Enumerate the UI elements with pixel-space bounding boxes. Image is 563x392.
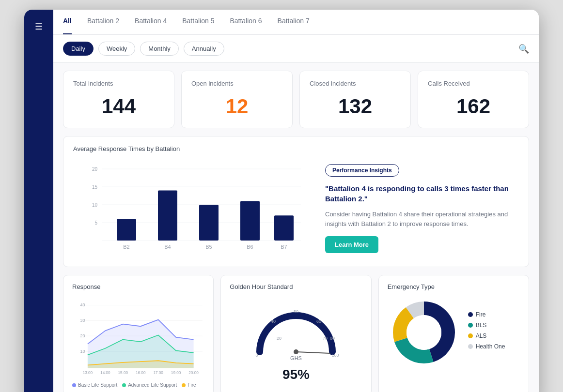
stat-card-closed: Closed incidents 132 bbox=[299, 71, 411, 128]
svg-text:15: 15 bbox=[92, 184, 98, 190]
legend-bls: Basic Life Support bbox=[72, 382, 117, 388]
svg-text:40: 40 bbox=[271, 319, 276, 324]
svg-text:B6: B6 bbox=[247, 244, 253, 250]
svg-text:100: 100 bbox=[331, 353, 339, 358]
menu-icon[interactable]: ☰ bbox=[35, 21, 43, 32]
svg-point-49 bbox=[407, 315, 441, 350]
fire-label: Fire bbox=[476, 311, 486, 318]
filter-annually[interactable]: Annually bbox=[184, 42, 224, 56]
svg-text:GHS: GHS bbox=[290, 355, 302, 361]
insights-panel: Performance Insights "Battalion 4 is res… bbox=[325, 159, 519, 258]
stat-total-label: Total incidents bbox=[73, 80, 164, 87]
tab-battalion6[interactable]: Battalion 6 bbox=[230, 10, 262, 34]
emergency-type-title: Emergency Type bbox=[388, 283, 520, 290]
response-title: Response bbox=[72, 283, 204, 290]
svg-text:13:00: 13:00 bbox=[83, 371, 93, 375]
stat-open-label: Open incidents bbox=[191, 80, 282, 87]
tab-bar: All Battalion 2 Battalion 4 Battalion 5 … bbox=[53, 10, 539, 35]
stat-total-value: 144 bbox=[73, 95, 164, 118]
donut-container: Fire BLS ALS bbox=[388, 296, 520, 369]
fire-dot bbox=[468, 312, 473, 317]
svg-rect-13 bbox=[199, 205, 219, 241]
donut-svg bbox=[388, 296, 460, 369]
stat-card-total: Total incidents 144 bbox=[63, 71, 174, 128]
insights-headline: "Battalion 4 is responding to calls 3 ti… bbox=[325, 183, 519, 204]
svg-rect-11 bbox=[158, 190, 177, 241]
svg-text:B2: B2 bbox=[123, 244, 129, 250]
chart-insights-grid: 20 15 10 5 B2 B4 bbox=[73, 159, 519, 258]
stat-closed-value: 132 bbox=[310, 95, 401, 118]
svg-text:10: 10 bbox=[80, 349, 85, 354]
svg-rect-17 bbox=[274, 215, 294, 241]
legend-health-one: Health One bbox=[468, 343, 505, 350]
svg-text:10: 10 bbox=[92, 202, 98, 208]
als-dot bbox=[468, 333, 473, 338]
stat-calls-value: 162 bbox=[428, 95, 519, 118]
response-legend: Basic Life Support Advanced Life Support… bbox=[72, 382, 204, 388]
svg-text:60: 60 bbox=[316, 319, 321, 324]
bls-dot bbox=[468, 323, 473, 328]
stat-calls-label: Calls Received bbox=[428, 80, 519, 87]
svg-text:20:00: 20:00 bbox=[188, 371, 199, 375]
stat-card-open: Open incidents 12 bbox=[181, 71, 293, 128]
svg-rect-9 bbox=[117, 219, 136, 241]
svg-text:30: 30 bbox=[80, 318, 85, 323]
sidebar: ☰ bbox=[24, 10, 53, 392]
svg-text:20: 20 bbox=[80, 333, 85, 338]
content-area: Total incidents 144 Open incidents 12 Cl… bbox=[53, 63, 539, 392]
device-frame: ☰ All Battalion 2 Battalion 4 Battalion … bbox=[24, 10, 539, 392]
svg-text:B7: B7 bbox=[281, 244, 287, 250]
svg-text:B4: B4 bbox=[164, 244, 171, 250]
search-button[interactable]: 🔍 bbox=[518, 44, 529, 54]
legend-als: Advanced Life Support bbox=[122, 382, 177, 388]
gauge-svg: 0 40 50 60 70 100 20 80 GHS bbox=[250, 301, 342, 364]
svg-text:19:00: 19:00 bbox=[171, 371, 181, 375]
filter-bar: Daily Weekly Monthly Annually 🔍 bbox=[53, 35, 539, 63]
insights-body: Consider having Battalion 4 share their … bbox=[325, 210, 519, 228]
filter-daily[interactable]: Daily bbox=[63, 42, 94, 56]
svg-text:15:00: 15:00 bbox=[118, 371, 128, 375]
emergency-type-card: Emergency Type bbox=[378, 275, 529, 392]
stat-closed-label: Closed incidents bbox=[310, 80, 401, 87]
golden-hour-title: Golden Hour Standard bbox=[230, 283, 362, 290]
bottom-row: Response 40 30 20 10 bbox=[63, 275, 529, 392]
response-chart-svg: 40 30 20 10 bbox=[72, 296, 204, 378]
svg-line-42 bbox=[296, 352, 330, 353]
tab-battalion5[interactable]: Battalion 5 bbox=[182, 10, 214, 34]
tab-battalion4[interactable]: Battalion 4 bbox=[135, 10, 167, 34]
svg-text:0: 0 bbox=[255, 353, 258, 358]
svg-text:20: 20 bbox=[277, 336, 282, 341]
learn-more-button[interactable]: Learn More bbox=[325, 236, 378, 253]
golden-hour-card: Golden Hour Standard 0 40 50 60 bbox=[220, 275, 371, 392]
svg-text:B5: B5 bbox=[205, 244, 212, 250]
stat-cards-row: Total incidents 144 Open incidents 12 Cl… bbox=[63, 71, 529, 128]
main-content: All Battalion 2 Battalion 4 Battalion 5 … bbox=[53, 10, 539, 392]
emergency-legend: Fire BLS ALS bbox=[468, 311, 505, 354]
tab-all[interactable]: All bbox=[63, 10, 72, 34]
svg-text:17:00: 17:00 bbox=[153, 371, 163, 375]
svg-text:40: 40 bbox=[80, 302, 85, 307]
bls-label: BLS bbox=[476, 322, 487, 329]
svg-text:70: 70 bbox=[323, 336, 328, 341]
bar-chart-card: Average Response Times by Battalion 20 bbox=[63, 136, 529, 267]
svg-text:14:00: 14:00 bbox=[100, 371, 110, 375]
response-card: Response 40 30 20 10 bbox=[63, 275, 214, 392]
legend-als: ALS bbox=[468, 332, 505, 339]
svg-text:5: 5 bbox=[94, 220, 97, 226]
legend-fire: Fire bbox=[182, 382, 196, 388]
stat-card-calls: Calls Received 162 bbox=[418, 71, 529, 128]
legend-fire: Fire bbox=[468, 311, 505, 318]
svg-text:20: 20 bbox=[92, 166, 98, 172]
bar-chart-title: Average Response Times by Battalion bbox=[73, 145, 519, 152]
tab-battalion2[interactable]: Battalion 2 bbox=[87, 10, 119, 34]
tab-battalion7[interactable]: Battalion 7 bbox=[278, 10, 310, 34]
svg-text:16:00: 16:00 bbox=[136, 371, 146, 375]
legend-bls: BLS bbox=[468, 322, 505, 329]
filter-monthly[interactable]: Monthly bbox=[140, 42, 179, 56]
stat-open-value: 12 bbox=[191, 95, 282, 118]
svg-text:80: 80 bbox=[330, 336, 335, 341]
svg-text:50: 50 bbox=[294, 309, 298, 314]
gauge-value: 95% bbox=[282, 367, 310, 382]
filter-weekly[interactable]: Weekly bbox=[98, 42, 135, 56]
bar-chart-area: 20 15 10 5 B2 B4 bbox=[73, 159, 315, 258]
